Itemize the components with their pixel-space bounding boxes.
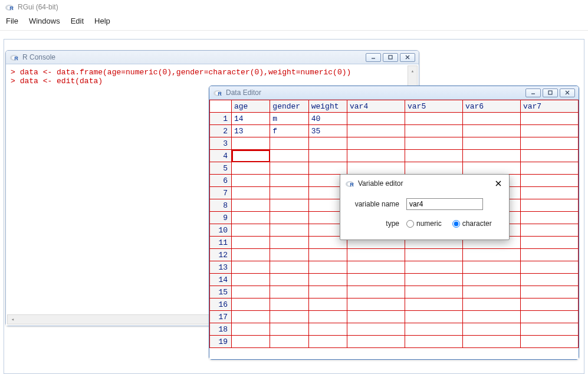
grid-cell[interactable]	[520, 199, 578, 212]
grid-cell[interactable]	[232, 298, 270, 311]
grid-cell[interactable]	[462, 286, 520, 298]
type-character-radio[interactable]	[452, 220, 460, 228]
grid-cell[interactable]	[462, 298, 520, 311]
grid-cell[interactable]	[347, 137, 405, 150]
grid-cell[interactable]	[232, 311, 270, 323]
grid-cell[interactable]	[462, 150, 520, 162]
row-number[interactable]: 17	[210, 311, 232, 323]
grid-cell[interactable]	[270, 298, 308, 311]
grid-cell[interactable]	[308, 323, 347, 336]
grid-cell[interactable]: f	[270, 125, 308, 137]
grid-cell[interactable]	[520, 137, 578, 150]
grid-cell[interactable]	[520, 323, 578, 336]
grid-cell[interactable]	[520, 162, 578, 175]
grid-cell[interactable]	[520, 274, 578, 286]
grid-cell[interactable]	[405, 249, 462, 261]
grid-cell[interactable]	[232, 336, 270, 348]
grid-cell[interactable]: 14	[232, 113, 270, 125]
grid-cell[interactable]	[405, 150, 462, 162]
grid-cell[interactable]	[462, 311, 520, 323]
grid-cell[interactable]	[232, 261, 270, 274]
grid-cell[interactable]	[520, 150, 578, 162]
grid-cell[interactable]	[270, 237, 308, 249]
grid-cell[interactable]	[308, 286, 347, 298]
menu-file[interactable]: File	[6, 17, 18, 25]
grid-cell[interactable]	[308, 150, 347, 162]
grid-cell[interactable]: m	[270, 113, 308, 125]
column-header[interactable]: var5	[405, 100, 462, 113]
grid-cell[interactable]	[347, 162, 405, 175]
grid-cell[interactable]	[405, 274, 462, 286]
grid-cell[interactable]	[347, 274, 405, 286]
grid-cell[interactable]	[520, 336, 578, 348]
grid-cell[interactable]	[232, 175, 270, 187]
grid-cell[interactable]	[405, 311, 462, 323]
grid-cell[interactable]	[347, 311, 405, 323]
grid-cell[interactable]	[520, 212, 578, 224]
grid-cell[interactable]	[232, 249, 270, 261]
grid-cell[interactable]	[270, 286, 308, 298]
grid-cell[interactable]	[405, 323, 462, 336]
grid-cell[interactable]	[232, 150, 270, 162]
grid-cell[interactable]: 35	[308, 125, 347, 137]
type-character-option[interactable]: character	[452, 219, 492, 228]
row-number[interactable]: 2	[210, 125, 232, 137]
grid-cell[interactable]	[405, 113, 462, 125]
grid-cell[interactable]: 13	[232, 125, 270, 137]
row-number[interactable]: 16	[210, 298, 232, 311]
scroll-left-icon[interactable]: ◂	[8, 316, 18, 323]
grid-cell[interactable]	[405, 137, 462, 150]
grid-cell[interactable]	[520, 237, 578, 249]
maximize-button[interactable]	[383, 53, 398, 62]
dialog-titlebar[interactable]: R Variable editor	[340, 175, 509, 192]
grid-cell[interactable]	[462, 261, 520, 274]
close-button[interactable]	[560, 88, 575, 97]
column-header[interactable]: var7	[520, 100, 578, 113]
close-button[interactable]	[400, 53, 415, 62]
grid-cell[interactable]	[462, 125, 520, 137]
column-header[interactable]: var4	[347, 100, 405, 113]
grid-cell[interactable]	[405, 125, 462, 137]
grid-cell[interactable]	[270, 274, 308, 286]
grid-cell[interactable]	[520, 286, 578, 298]
grid-cell[interactable]	[308, 274, 347, 286]
grid-cell[interactable]	[520, 249, 578, 261]
row-number[interactable]: 7	[210, 187, 232, 199]
row-number[interactable]: 13	[210, 261, 232, 274]
grid-cell[interactable]	[462, 274, 520, 286]
grid-cell[interactable]	[520, 113, 578, 125]
grid-cell[interactable]	[308, 336, 347, 348]
row-number[interactable]: 6	[210, 175, 232, 187]
grid-cell[interactable]	[347, 286, 405, 298]
grid-cell[interactable]	[270, 212, 308, 224]
grid-cell[interactable]	[308, 261, 347, 274]
grid-cell[interactable]	[270, 323, 308, 336]
grid-cell[interactable]	[462, 113, 520, 125]
grid-cell[interactable]	[520, 298, 578, 311]
row-number[interactable]: 11	[210, 237, 232, 249]
grid-cell[interactable]	[232, 286, 270, 298]
grid-cell[interactable]	[308, 162, 347, 175]
grid-cell[interactable]	[405, 298, 462, 311]
row-number[interactable]: 3	[210, 137, 232, 150]
grid-cell[interactable]	[270, 199, 308, 212]
grid-cell[interactable]	[462, 137, 520, 150]
type-numeric-radio[interactable]	[406, 220, 414, 228]
grid-cell[interactable]	[520, 175, 578, 187]
row-number[interactable]: 4	[210, 150, 232, 162]
grid-cell[interactable]	[462, 249, 520, 261]
row-number[interactable]: 8	[210, 199, 232, 212]
column-header[interactable]: age	[232, 100, 270, 113]
grid-cell[interactable]	[405, 336, 462, 348]
row-number[interactable]: 10	[210, 224, 232, 237]
row-number[interactable]: 1	[210, 113, 232, 125]
grid-cell[interactable]	[520, 261, 578, 274]
grid-cell[interactable]	[232, 224, 270, 237]
row-number[interactable]: 12	[210, 249, 232, 261]
row-number[interactable]: 18	[210, 323, 232, 336]
minimize-button[interactable]	[366, 53, 381, 62]
row-number[interactable]: 14	[210, 274, 232, 286]
maximize-button[interactable]	[543, 88, 558, 97]
menu-help[interactable]: Help	[94, 17, 110, 25]
grid-cell[interactable]	[232, 137, 270, 150]
